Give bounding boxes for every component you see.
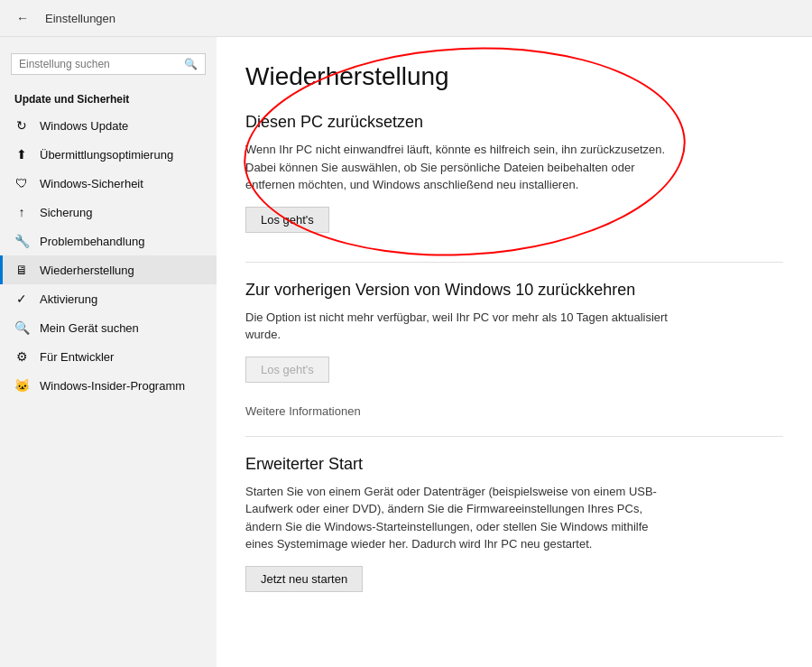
sidebar-label-mein-geraet: Mein Gerät suchen (40, 321, 139, 335)
section2-text: Die Option ist nicht mehr verfügbar, wei… (245, 309, 678, 344)
divider-1 (245, 262, 783, 263)
sidebar-label-uebermittlungsoptimierung: Übermittlungsoptimierung (40, 148, 173, 162)
sidebar-label-problembehandlung: Problembehandlung (40, 235, 144, 248)
sidebar-label-windows-sicherheit: Windows-Sicherheit (40, 177, 143, 190)
insider-icon: 🐱 (14, 378, 29, 393)
sidebar-label-sicherung: Sicherung (40, 206, 93, 219)
entwickler-icon: ⚙ (14, 349, 29, 364)
sidebar-item-sicherung[interactable]: ↑Sicherung (0, 198, 217, 227)
sidebar-label-windows-update: Windows Update (40, 119, 128, 133)
mein-geraet-icon: 🔍 (14, 320, 29, 335)
nav-items-container: ↻Windows Update⬆Übermittlungsoptimierung… (0, 111, 217, 400)
sidebar-item-uebermittlungsoptimierung[interactable]: ⬆Übermittlungsoptimierung (0, 140, 217, 169)
sidebar: 🔍 Update und Sicherheit ↻Windows Update⬆… (0, 37, 217, 667)
main-layout: 🔍 Update und Sicherheit ↻Windows Update⬆… (0, 37, 812, 667)
sidebar-item-windows-sicherheit[interactable]: 🛡Windows-Sicherheit (0, 169, 217, 198)
sidebar-item-mein-geraet[interactable]: 🔍Mein Gerät suchen (0, 313, 217, 342)
section2-button[interactable]: Los geht's (245, 357, 329, 383)
section1-text: Wenn Ihr PC nicht einwandfrei läuft, kön… (245, 141, 678, 194)
section3-title: Erweiterter Start (245, 455, 783, 474)
uebermittlungsoptimierung-icon: ⬆ (14, 147, 29, 162)
content-area: Wiederherstellung Diesen PC zurücksetzen… (217, 37, 812, 667)
page-title: Wiederherstellung (245, 62, 783, 91)
section-reset-pc: Diesen PC zurücksetzen Wenn Ihr PC nicht… (245, 113, 783, 255)
sidebar-item-aktivierung[interactable]: ✓Aktivierung (0, 284, 217, 313)
sidebar-label-wiederherstellung: Wiederherstellung (40, 264, 134, 277)
section3-text: Starten Sie von einem Gerät oder Datentr… (245, 483, 678, 553)
sidebar-item-wiederherstellung[interactable]: 🖥Wiederherstellung (0, 255, 217, 284)
sidebar-item-entwickler[interactable]: ⚙Für Entwickler (0, 342, 217, 371)
sicherung-icon: ↑ (14, 205, 29, 219)
back-button[interactable]: ← (11, 7, 34, 29)
sidebar-item-windows-update[interactable]: ↻Windows Update (0, 111, 217, 140)
section3-button[interactable]: Jetzt neu starten (245, 566, 363, 592)
divider-2 (245, 436, 783, 437)
section2-title: Zur vorherigen Version von Windows 10 zu… (245, 281, 783, 300)
section-advanced-start: Erweiterter Start Starten Sie von einem … (245, 455, 783, 614)
search-input[interactable] (19, 58, 184, 70)
problembehandlung-icon: 🔧 (14, 234, 29, 248)
section1-button[interactable]: Los geht's (245, 207, 329, 233)
sidebar-label-insider: Windows-Insider-Programm (40, 379, 185, 393)
section1-title: Diesen PC zurücksetzen (245, 113, 783, 132)
windows-sicherheit-icon: 🛡 (14, 176, 29, 190)
sidebar-label-aktivierung: Aktivierung (40, 292, 97, 306)
top-title: Einstellungen (45, 12, 115, 25)
windows-update-icon: ↻ (14, 118, 29, 133)
section2-more-info: Weitere Informationen (245, 404, 783, 418)
sidebar-label-entwickler: Für Entwickler (40, 350, 114, 364)
sidebar-item-insider[interactable]: 🐱Windows-Insider-Programm (0, 371, 217, 400)
search-box[interactable]: 🔍 (11, 53, 206, 75)
top-bar: ← Einstellungen (0, 0, 812, 37)
wiederherstellung-icon: 🖥 (14, 263, 29, 277)
sidebar-item-problembehandlung[interactable]: 🔧Problembehandlung (0, 227, 217, 255)
section-previous-version: Zur vorherigen Version von Windows 10 zu… (245, 281, 783, 418)
search-icon: 🔍 (184, 58, 198, 70)
sidebar-section-header: Update und Sicherheit (0, 88, 217, 111)
aktivierung-icon: ✓ (14, 292, 29, 306)
